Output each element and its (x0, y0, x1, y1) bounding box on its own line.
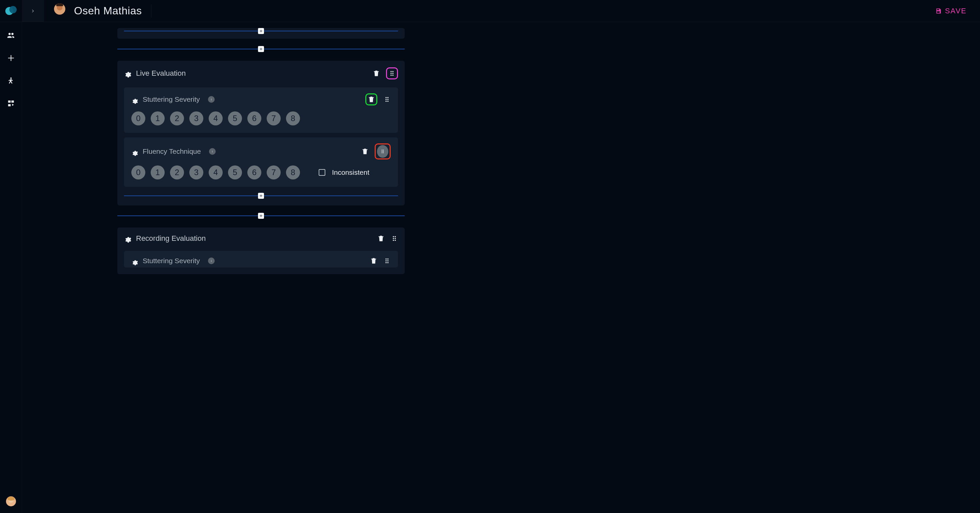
scale-row: 0 1 2 3 4 5 6 7 8 Inconsistent (131, 166, 391, 180)
section-drag-handle[interactable] (388, 70, 396, 77)
item-delete-button[interactable] (368, 96, 375, 103)
item-title: Stuttering Severity (143, 96, 200, 104)
martial-icon (7, 76, 15, 85)
scale-8[interactable]: 8 (286, 166, 300, 180)
section-recording-evaluation: Recording Evaluation Stuttering Seve (117, 228, 405, 274)
scale-6[interactable]: 6 (247, 166, 261, 180)
nav-people[interactable] (6, 30, 16, 41)
item-drag-handle[interactable] (383, 257, 391, 264)
save-button[interactable]: SAVE (935, 7, 967, 15)
nav-exercises[interactable] (6, 75, 16, 86)
nav-add[interactable] (6, 53, 16, 64)
scale-7[interactable]: 7 (267, 166, 281, 180)
plus-icon (259, 214, 263, 218)
save-label: SAVE (945, 7, 967, 15)
divider-line-right (264, 215, 405, 216)
gear-icon (124, 236, 131, 243)
current-user-avatar[interactable] (6, 496, 16, 506)
trash-icon (377, 235, 385, 242)
item-stuttering-severity-rec: Stuttering Severity (124, 251, 398, 268)
scale-0[interactable]: 0 (131, 166, 145, 180)
content-column: Live Evaluation (117, 22, 405, 513)
scale-8[interactable]: 8 (286, 112, 300, 126)
item-header: Stuttering Severity (131, 257, 391, 265)
section-title: Recording Evaluation (136, 234, 206, 243)
info-icon (210, 150, 214, 153)
item-drag-handle[interactable] (383, 96, 391, 103)
section-delete-button[interactable] (377, 235, 385, 242)
item-title: Stuttering Severity (143, 257, 200, 265)
add-section-button[interactable] (258, 46, 264, 52)
item-header: Fluency Technique (131, 143, 391, 159)
checkbox-label: Inconsistent (332, 169, 369, 177)
scale-3[interactable]: 3 (189, 166, 203, 180)
scale-4[interactable]: 4 (208, 112, 223, 126)
divider-line-right (264, 31, 398, 31)
info-icon (209, 259, 213, 263)
scale-5[interactable]: 5 (228, 112, 242, 126)
previous-section-peek (117, 28, 405, 39)
user-name: Oseh Mathias (74, 5, 142, 17)
add-item-divider (124, 28, 398, 34)
drag-icon (383, 257, 391, 264)
divider-line-right (264, 49, 405, 49)
section-settings-button[interactable] (124, 70, 131, 77)
main-scroll: Live Evaluation (22, 22, 980, 513)
item-drag-handle[interactable] (377, 145, 388, 158)
scale-5[interactable]: 5 (228, 166, 242, 180)
logo (0, 0, 22, 22)
scale-2[interactable]: 2 (170, 112, 184, 126)
item-info-button[interactable] (208, 96, 215, 103)
item-info-button[interactable] (208, 258, 215, 264)
add-item-button[interactable] (258, 28, 264, 34)
item-delete-button[interactable] (370, 257, 377, 264)
add-section-button[interactable] (258, 213, 264, 219)
chevron-right-icon (31, 9, 35, 13)
item-info-button[interactable] (209, 148, 216, 155)
section-live-evaluation: Live Evaluation (117, 61, 405, 206)
section-drag-handle[interactable] (391, 235, 398, 242)
gear-icon (124, 71, 131, 78)
info-icon (209, 97, 213, 101)
item-delete-button[interactable] (361, 148, 369, 155)
section-header: Live Evaluation (124, 67, 398, 80)
trash-icon (361, 148, 369, 155)
plus-icon (259, 194, 263, 198)
section-settings-button[interactable] (124, 235, 131, 242)
expand-sidebar-button[interactable] (22, 0, 44, 22)
drag-icon (383, 96, 391, 103)
section-delete-button[interactable] (373, 70, 380, 77)
scale-0[interactable]: 0 (131, 112, 145, 126)
item-settings-button[interactable] (131, 148, 138, 155)
scale-6[interactable]: 6 (247, 112, 261, 126)
plus-icon (7, 54, 15, 62)
item-stuttering-severity: Stuttering Severity (124, 88, 398, 133)
save-icon (935, 8, 942, 14)
plus-icon (259, 47, 263, 51)
avatar-icon (54, 3, 65, 15)
scale-3[interactable]: 3 (189, 112, 203, 126)
divider-line-left (117, 49, 258, 49)
scale-1[interactable]: 1 (151, 166, 165, 180)
scale-2[interactable]: 2 (170, 166, 184, 180)
scale-7[interactable]: 7 (267, 112, 281, 126)
nav-forms[interactable] (6, 98, 16, 109)
scale-4[interactable]: 4 (208, 166, 223, 180)
add-item-button[interactable] (258, 193, 264, 199)
item-title: Fluency Technique (143, 147, 201, 155)
divider-line-right (264, 196, 398, 196)
gear-icon (131, 150, 138, 156)
drag-icon (380, 149, 385, 154)
people-icon (7, 31, 15, 40)
item-settings-button[interactable] (131, 96, 138, 103)
checkbox-box (319, 169, 325, 176)
inconsistent-checkbox[interactable]: Inconsistent (319, 169, 369, 177)
user-avatar[interactable] (54, 3, 69, 19)
item-settings-button[interactable] (131, 258, 138, 264)
divider-line-left (124, 31, 258, 31)
scale-1[interactable]: 1 (151, 112, 165, 126)
add-section-divider (117, 213, 405, 219)
drag-icon (388, 70, 396, 77)
section-title: Live Evaluation (136, 69, 186, 78)
add-item-divider (124, 193, 398, 199)
